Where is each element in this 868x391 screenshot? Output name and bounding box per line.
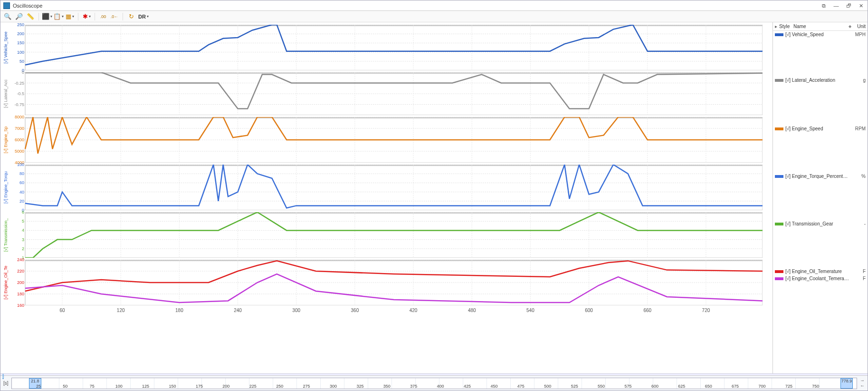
bottom-ruler-bar: [s] 21.8778.9255075100125150175200225250… [0,375,868,391]
chart-pane-0[interactable]: [√] Vehicle_Spee050100150200250 [2,25,771,70]
legend-swatch [775,33,783,36]
dr-dropdown[interactable]: DR▾ [138,14,149,20]
y-ticks: 050100150200250 [9,25,25,70]
decimal-less-icon[interactable]: .00 [99,12,107,21]
grid-dropdown[interactable]: ▦▾ [66,12,74,21]
window-title: Oscilloscope [13,3,815,9]
x-axis: 60120180240300360420480540600660720 [2,307,771,316]
chart-pane-2[interactable]: [√] Engine_Sp40005000600070008000 [2,117,771,163]
chart-pane-1[interactable]: [√] Lateral_Acc-0.75-0.5-0.250 [2,72,771,115]
ruler-tick: 475 [517,384,525,389]
ruler-tick: 550 [598,384,605,389]
svg-rect-77 [25,212,763,258]
x-tick: 660 [643,308,651,313]
x-tick: 360 [351,308,359,313]
ruler-unit-label: [s] [3,381,9,386]
legend-swatch [775,277,783,280]
legend-unit: MPH [851,32,866,37]
toolbar-sep [78,13,78,20]
triangle-icon: ▸ [775,24,777,29]
y-axis-label: [√] Engine_Sp [3,127,8,153]
legend-group-5: [√] Engine_Oil_TemeratureF[√] Engine_Coo… [773,268,868,315]
legend-unit: F [851,276,866,281]
ruler-marker-right[interactable]: 778.9 [840,378,853,389]
legend-row[interactable]: [√] Lateral_Accelerationg [773,77,868,84]
legend-swatch [775,270,783,273]
nav-arrows[interactable]: → ← [860,378,865,388]
x-tick: 300 [292,308,300,313]
legend-label: [√] Engine_Oil_Temerature [785,269,849,274]
zoom-out-icon[interactable]: 🔎 [15,12,23,21]
x-tick: 60 [59,308,65,313]
legend-col-name[interactable]: Name [793,24,849,29]
minimize-button[interactable]: — [832,2,840,9]
measure-icon[interactable]: 📏 [26,12,35,21]
zoom-in-icon[interactable]: 🔍 [3,12,12,21]
y-ticks: 020406080100 [9,165,25,210]
chart-pane-4[interactable]: [√] Transmission_123456 [2,212,771,258]
maximize-button[interactable]: 🗗 [845,2,852,9]
plot-svg [2,72,763,115]
ruler-tick: 175 [196,384,203,389]
x-tick: 720 [702,308,710,313]
y-ticks: 160180200220240 [9,260,25,305]
app-icon [3,2,10,9]
x-tick: 120 [117,308,125,313]
legend-unit: F [851,269,866,274]
x-tick: 600 [585,308,593,313]
decimal-more-icon[interactable]: .0← [110,12,119,21]
legend-row[interactable]: [√] Engine_SpeedRPM [773,125,868,132]
legend-row[interactable]: [√] Transmission_Gear- [773,220,868,227]
legend-row[interactable]: [√] Vehicle_SpeedMPH [773,31,868,38]
legend-row[interactable]: [√] Engine_Coolant_TemeratureF [773,275,868,282]
legend-row[interactable]: [√] Engine_Torque_Percentage% [773,173,868,180]
chart-pane-5[interactable]: [√] Engine_Oil_Te160180200220240 [2,260,771,305]
legend-label: [√] Engine_Torque_Percentage [785,174,849,179]
chart-pane-3[interactable]: [√] Engine_Torqu020406080100 [2,165,771,210]
ruler-tick: 675 [732,384,739,389]
legend-group-4: [√] Transmission_Gear- [773,220,868,268]
x-tick: 420 [410,308,418,313]
time-ruler[interactable]: 21.8778.92550751001251501752002252502753… [11,378,857,389]
legend-group-3: [√] Engine_Torque_Percentage% [773,173,868,220]
close-button[interactable]: ✕ [857,2,865,9]
toolbar: 🔍 🔎 📏 ⬛▾ 📋▾ ▦▾ ✱▾ .00 .0← ↻ DR▾ [0,11,868,22]
ruler-tick: 100 [115,384,123,389]
plot-svg [2,117,763,163]
ruler-tick: 400 [437,384,444,389]
ruler-tick: 500 [544,384,551,389]
ruler-tick: 300 [330,384,337,389]
refresh-icon[interactable]: ↻ [127,12,135,21]
chart-area: [√] Vehicle_Spee050100150200250[√] Later… [0,22,773,373]
plot-svg [2,260,763,305]
legend-swatch [775,223,783,225]
legend-group-2: [√] Engine_SpeedRPM [773,125,868,173]
copy-dropdown[interactable]: 📋▾ [54,12,63,21]
marker-dropdown[interactable]: ✱▾ [82,12,91,21]
legend-swatch [775,79,783,82]
x-tick: 180 [175,308,183,313]
y-axis-label: [√] Engine_Oil_Te [3,266,8,300]
arrow-right-icon[interactable]: → [860,378,865,383]
ruler-tick: 375 [410,384,417,389]
legend-unit: % [851,174,866,179]
legend-row[interactable]: [√] Engine_Oil_TemeratureF [773,268,868,275]
legend-col-unit[interactable]: Unit [851,24,866,29]
ruler-tick: 325 [356,384,363,389]
chart-dropdown[interactable]: ⬛▾ [43,12,51,21]
x-tick: 480 [468,308,476,313]
y-axis-label: [√] Transmission_ [3,218,8,252]
ruler-tick: 250 [276,384,283,389]
legend-header: ▸ Style Name ◆ Unit [773,22,868,31]
info-icon[interactable]: i [2,374,4,379]
legend-label: [√] Lateral_Acceleration [785,78,849,83]
svg-rect-57 [25,165,763,210]
ruler-tick: 25 [36,384,41,389]
legend-label: [√] Engine_Speed [785,126,849,131]
detach-button[interactable]: ⧉ [820,2,828,9]
arrow-left-icon[interactable]: ← [860,383,865,388]
plot-svg [2,165,763,210]
x-tick: 240 [234,308,242,313]
legend-col-style[interactable]: Style [779,24,793,29]
plot-svg [2,212,763,258]
